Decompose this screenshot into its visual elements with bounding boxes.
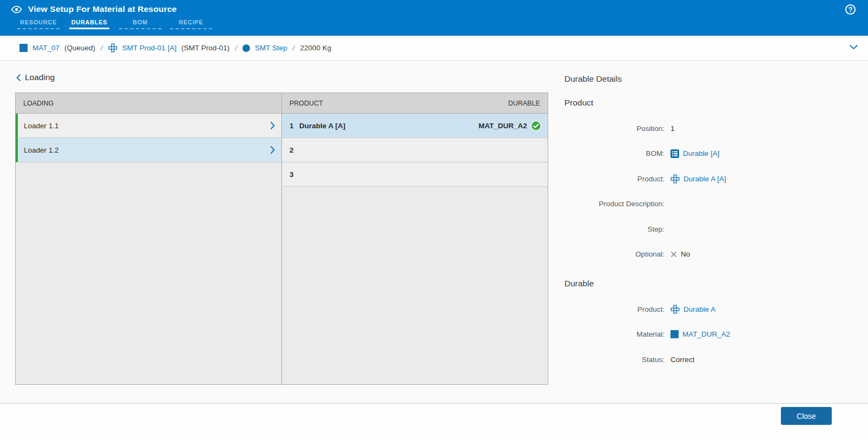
dialog-footer: Close <box>0 403 868 440</box>
loader-row-2[interactable]: Loader 1.2 <box>16 138 281 162</box>
breadcrumb: MAT_07 (Queued) / SMT Prod-01 [A] (SMT P… <box>0 36 868 61</box>
field-product-description: Product Description: <box>564 192 859 217</box>
product-table-empty-area <box>282 187 548 384</box>
breadcrumb-separator: / <box>235 44 237 52</box>
product-table-header: PRODUCT DURABLE <box>282 93 548 114</box>
breadcrumb-product-link[interactable]: SMT Prod-01 [A] <box>122 44 176 52</box>
durable-material: MAT_DUR_A2 <box>478 122 527 130</box>
product-grid-icon <box>670 305 680 314</box>
breadcrumb-material-link[interactable]: MAT_07 <box>32 44 60 52</box>
product-grid-icon <box>670 174 680 183</box>
field-product: Product: Durable A [A] <box>564 166 859 192</box>
field-value: Durable A [A] <box>670 174 726 183</box>
product-position: 1 <box>290 122 295 130</box>
tab-bom[interactable]: BOM <box>115 19 166 29</box>
chevron-left-icon <box>16 74 21 82</box>
durable-product-link[interactable]: Durable A <box>683 305 715 313</box>
optional-value: No <box>681 250 690 258</box>
product-link[interactable]: Durable A [A] <box>683 175 726 183</box>
durable-section-title: Durable <box>564 279 859 288</box>
x-icon <box>670 251 677 258</box>
breadcrumb-product-description: (SMT Prod-01) <box>181 44 229 52</box>
product-grid-icon <box>108 43 117 52</box>
tab-durables[interactable]: DURABLES <box>64 19 115 29</box>
chevron-down-icon[interactable] <box>849 44 858 50</box>
status-value: Correct <box>670 356 694 364</box>
loading-back-button[interactable]: Loading <box>16 73 55 82</box>
loader-row-1[interactable]: Loader 1.1 <box>16 114 281 138</box>
field-label: Product Description: <box>564 200 670 208</box>
tab-recipe[interactable]: RECIPE <box>166 19 216 29</box>
field-label: Material: <box>564 330 670 338</box>
product-column-header: PRODUCT <box>290 100 323 107</box>
product-position: 3 <box>290 170 295 179</box>
field-value: Durable A <box>670 305 715 314</box>
breadcrumb-step-link[interactable]: SMT Step <box>255 44 287 52</box>
loader-row-label: Loader 1.1 <box>24 122 59 130</box>
chevron-right-icon[interactable] <box>270 146 275 154</box>
material-square-icon <box>19 44 28 52</box>
view-eye-icon <box>11 5 22 14</box>
field-position: Position: 1 <box>564 116 859 141</box>
product-row-3[interactable]: 3 <box>282 162 548 187</box>
product-row-2[interactable]: 2 <box>282 138 548 162</box>
dialog-title: View Setup For Material at Resource <box>28 4 177 14</box>
chevron-right-icon[interactable] <box>270 121 275 130</box>
product-name: Durable A [A] <box>299 122 345 130</box>
close-button[interactable]: Close <box>781 407 832 425</box>
loading-tables: LOADING Loader 1.1 Loader 1.2 PRODUCT <box>15 93 548 385</box>
check-circle-icon <box>531 121 541 131</box>
product-section-title: Product <box>564 98 859 108</box>
loading-table: LOADING Loader 1.1 Loader 1.2 <box>16 93 281 384</box>
field-bom: BOM: Durable [A] <box>564 141 859 167</box>
bom-link[interactable]: Durable [A] <box>683 149 720 157</box>
material-square-icon <box>670 330 679 338</box>
field-durable-product: Product: Durable A <box>564 297 859 322</box>
field-label: Step: <box>564 225 670 233</box>
dialog-header: View Setup For Material at Resource ? RE… <box>0 0 868 36</box>
loading-table-empty-area <box>16 162 281 384</box>
breadcrumb-material-state: (Queued) <box>64 44 95 52</box>
field-label: Product: <box>564 305 670 313</box>
loading-section-title: Loading <box>25 73 55 82</box>
durable-cell: MAT_DUR_A2 <box>478 121 541 131</box>
field-durable-status: Status: Correct <box>564 347 859 372</box>
field-label: Product: <box>564 175 670 183</box>
field-value: 1 <box>670 124 675 133</box>
field-label: BOM: <box>564 149 670 157</box>
field-label: Position: <box>564 124 670 133</box>
tab-bar: RESOURCE DURABLES BOM RECIPE <box>13 19 868 29</box>
field-label: Optional: <box>564 250 670 258</box>
step-circle-icon <box>242 44 250 52</box>
field-value: Durable [A] <box>670 149 720 158</box>
view-setup-dialog: View Setup For Material at Resource ? RE… <box>0 0 868 440</box>
durable-details-panel: Durable Details Product Position: 1 BOM:… <box>564 74 859 372</box>
field-value: MAT_DUR_A2 <box>670 330 730 338</box>
durable-column-header: DURABLE <box>508 100 540 107</box>
field-value: No <box>670 250 690 258</box>
loader-row-label: Loader 1.2 <box>24 146 59 154</box>
product-position: 2 <box>290 146 295 154</box>
field-step: Step: <box>564 216 859 242</box>
durable-material-link[interactable]: MAT_DUR_A2 <box>682 330 730 338</box>
tab-resource[interactable]: RESOURCE <box>13 19 64 29</box>
bom-list-icon <box>670 149 679 158</box>
loading-table-header: LOADING <box>16 93 281 114</box>
loading-column-header: LOADING <box>23 100 54 107</box>
help-icon[interactable]: ? <box>845 4 856 15</box>
breadcrumb-quantity: 22000 Kg <box>300 44 331 52</box>
product-row-1[interactable]: 1 Durable A [A] MAT_DUR_A2 <box>282 114 548 138</box>
field-optional: Optional: No <box>564 242 859 267</box>
field-durable-material: Material: MAT_DUR_A2 <box>564 322 859 347</box>
field-label: Status: <box>564 356 670 364</box>
dialog-title-row: View Setup For Material at Resource <box>0 0 868 14</box>
details-panel-title: Durable Details <box>564 74 859 84</box>
breadcrumb-separator: / <box>293 44 295 52</box>
breadcrumb-separator: / <box>101 44 103 52</box>
product-table: PRODUCT DURABLE 1 Durable A [A] MAT_DUR_… <box>281 93 548 384</box>
